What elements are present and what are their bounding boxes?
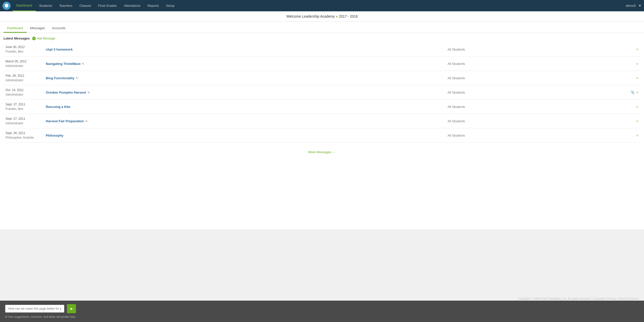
attachment-icon: 📎 — [630, 90, 635, 94]
tab-dashboard[interactable]: Dashboard — [4, 24, 27, 33]
message-recipients-cell: All Students — [446, 114, 625, 128]
tab-messages[interactable]: Messages — [27, 24, 49, 33]
nav-setup[interactable]: Setup — [163, 0, 178, 11]
message-arrow-button[interactable]: » — [636, 61, 638, 66]
welcome-text: Welcome Leadership Academy — [286, 14, 335, 18]
feedback-send-button[interactable]: ➤ — [67, 304, 76, 313]
more-messages-link[interactable]: More Messages → — [0, 146, 644, 158]
message-arrow-button[interactable]: » — [636, 76, 638, 80]
welcome-dot: ● — [336, 14, 339, 18]
nav-right: demo5 ▼ — [626, 4, 641, 8]
message-title[interactable]: Rescuing a Kite — [46, 105, 70, 109]
message-date: March 05, 2012 — [6, 59, 42, 64]
message-date-cell: Sept. 26, 2011 Philosopher, Aristotle — [4, 128, 44, 143]
message-arrow-button[interactable]: » — [636, 104, 638, 109]
nav-attendance[interactable]: Attendance — [120, 0, 144, 11]
message-date-cell: Feb. 28, 2012 Administrator — [4, 71, 44, 85]
footer-copyright: Copyright © 1998-2018 ThinkWave, Inc. Al… — [518, 297, 639, 300]
footer: ➤ ✉ Your suggestions, concerns, and idea… — [0, 301, 644, 322]
messages-title: Latest Messages — [4, 36, 30, 40]
message-date: Oct. 14, 2011 — [6, 88, 42, 92]
message-actions-cell: » — [625, 71, 640, 85]
add-message-button[interactable]: + Add Message — [32, 37, 55, 40]
message-date-cell: Sept. 27, 2011 Franklin, Ben — [4, 100, 44, 114]
message-recipients-cell: All Students — [446, 42, 625, 57]
welcome-bar: Welcome Leadership Academy ● 2017 - 2018 — [0, 11, 644, 22]
table-row: Sept. 27, 2011 Franklin, Ben Rescuing a … — [4, 100, 640, 114]
message-actions-cell: » — [625, 57, 640, 71]
footer-feedback: ➤ — [5, 304, 76, 313]
message-title[interactable]: chpt 3 homework — [46, 48, 73, 51]
table-row: Sept. 26, 2011 Philosopher, Aristotle Ph… — [4, 128, 640, 143]
user-dropdown-icon[interactable]: ▼ — [638, 4, 641, 8]
table-row: Oct. 14, 2011 Administrator October Pump… — [4, 85, 640, 100]
message-title-cell: October Pumpkin Harvest✎ — [44, 85, 446, 100]
message-author: Franklin, Ben — [6, 107, 42, 111]
edit-icon[interactable]: ✎ — [82, 62, 84, 65]
message-title-cell: chpt 3 homework — [44, 42, 446, 57]
message-recipients-cell: All Students — [446, 128, 625, 143]
message-actions-cell: » — [625, 42, 640, 57]
message-recipients-cell: All Students — [446, 57, 625, 71]
message-author: Administrator — [6, 92, 42, 97]
nav-classes[interactable]: Classes — [76, 0, 95, 11]
message-recipients: All Students — [448, 105, 465, 109]
feedback-input[interactable] — [5, 305, 64, 313]
message-author: Philosopher, Aristotle — [6, 135, 42, 140]
message-title[interactable]: Navigating ThinkWave — [46, 62, 80, 66]
nav-final-grades[interactable]: Final Grades — [95, 0, 120, 11]
table-row: Feb. 28, 2012 Administrator Blog Functio… — [4, 71, 640, 85]
edit-icon[interactable]: ✎ — [88, 91, 90, 94]
nav-reports[interactable]: Reports — [144, 0, 163, 11]
message-title[interactable]: October Pumpkin Harvest — [46, 91, 86, 94]
user-menu[interactable]: demo5 — [626, 4, 636, 8]
message-date: June 30, 2012 — [6, 45, 42, 49]
message-title[interactable]: Harvest Fair Preparation — [46, 119, 84, 123]
tab-accounts[interactable]: Accounts — [49, 24, 69, 33]
add-message-label: Add Message — [37, 37, 55, 40]
message-author: Administrator — [6, 64, 42, 68]
edit-icon[interactable]: ✎ — [76, 77, 78, 80]
welcome-year: 2017 - 2018 — [339, 14, 358, 18]
table-row: Sept. 27, 2011 Administrator Harvest Fai… — [4, 114, 640, 128]
edit-icon[interactable]: ✎ — [85, 120, 88, 123]
message-recipients: All Students — [448, 91, 465, 94]
messages-table: June 30, 2012 Franklin, Ben chpt 3 homew… — [4, 42, 640, 143]
message-title[interactable]: Philosophy — [46, 134, 63, 137]
nav-students[interactable]: Students — [36, 0, 56, 11]
message-date: Sept. 27, 2011 — [6, 116, 42, 121]
table-row: June 30, 2012 Franklin, Ben chpt 3 homew… — [4, 42, 640, 57]
message-recipients-cell: All Students — [446, 100, 625, 114]
message-actions-cell: » — [625, 100, 640, 114]
nav-dashboard[interactable]: Dashboard — [13, 0, 36, 11]
message-arrow-button[interactable]: » — [636, 133, 638, 137]
message-date: Sept. 26, 2011 — [6, 131, 42, 135]
message-title-cell: Blog Functionality✎ — [44, 71, 446, 85]
message-title[interactable]: Blog Functionality — [46, 76, 74, 80]
message-recipients: All Students — [448, 62, 465, 66]
message-author: Franklin, Ben — [6, 49, 42, 54]
message-title-cell: Harvest Fair Preparation✎ — [44, 114, 446, 128]
message-recipients: All Students — [448, 134, 465, 137]
main-content: Dashboard Messages Accounts Latest Messa… — [0, 22, 644, 229]
message-recipients: All Students — [448, 76, 465, 80]
message-arrow-button[interactable]: » — [636, 119, 638, 123]
footer-note: ✉ Your suggestions, concerns, and ideas … — [5, 315, 76, 318]
message-actions-cell: » — [625, 128, 640, 143]
message-recipients: All Students — [448, 48, 465, 51]
message-title-cell: Rescuing a Kite — [44, 100, 446, 114]
message-date: Sept. 27, 2011 — [6, 102, 42, 107]
message-actions-cell: » — [625, 114, 640, 128]
message-arrow-button[interactable]: » — [636, 90, 638, 94]
message-recipients-cell: All Students — [446, 71, 625, 85]
message-author: Administrator — [6, 121, 42, 126]
app-logo[interactable] — [3, 2, 11, 10]
message-date-cell: June 30, 2012 Franklin, Ben — [4, 42, 44, 57]
nav-teachers[interactable]: Teachers — [56, 0, 76, 11]
nav-items: Dashboard Students Teachers Classes Fina… — [13, 0, 626, 11]
messages-header: Latest Messages + Add Message — [4, 36, 640, 40]
message-actions-cell: 📎» — [625, 85, 640, 100]
message-author: Administrator — [6, 78, 42, 83]
message-arrow-button[interactable]: » — [636, 47, 638, 51]
table-row: March 05, 2012 Administrator Navigating … — [4, 57, 640, 71]
